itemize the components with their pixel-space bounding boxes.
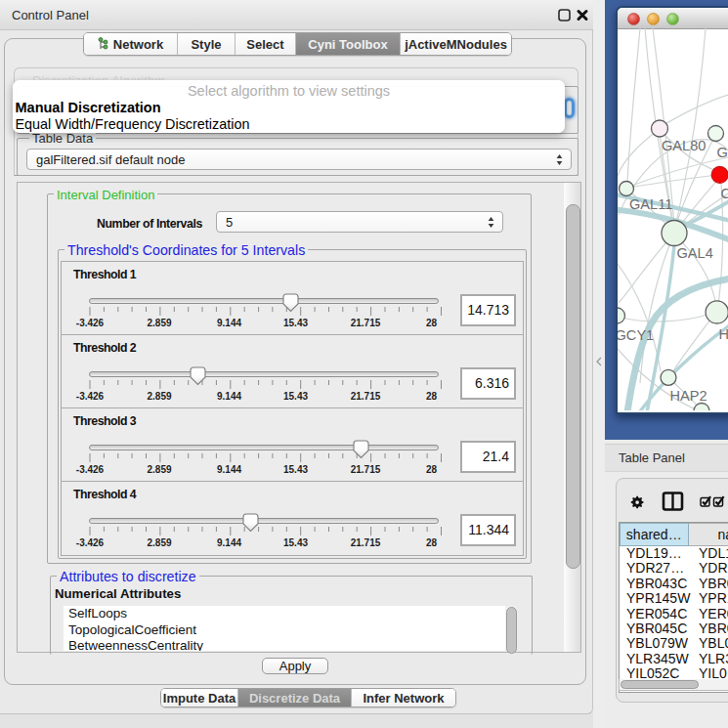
svg-text:GA: GA: [717, 145, 728, 160]
svg-text:GAL80: GAL80: [662, 138, 706, 153]
svg-text:H: H: [719, 326, 728, 342]
svg-text:HAP2: HAP2: [670, 388, 707, 404]
svg-text:GCY1: GCY1: [618, 327, 654, 343]
svg-text:GAL11: GAL11: [629, 196, 672, 212]
svg-text:GAL4: GAL4: [677, 245, 713, 261]
svg-text:C: C: [721, 186, 728, 201]
